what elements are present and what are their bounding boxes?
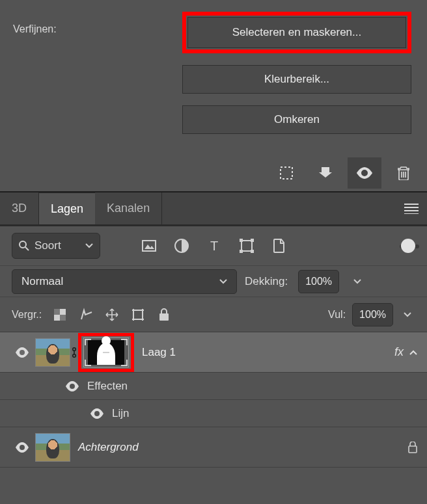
svg-point-5: [20, 241, 26, 248]
visibility-toggle[interactable]: [9, 347, 35, 358]
layer-row-layer1[interactable]: Laag 1 fx: [0, 332, 427, 373]
layer-filter-row: Soort T: [0, 226, 427, 265]
filter-pixel-icon[interactable]: [141, 237, 158, 254]
panel-menu-icon[interactable]: [396, 192, 427, 224]
svg-rect-12: [240, 239, 243, 242]
color-range-button[interactable]: Kleurbereik...: [182, 65, 411, 94]
select-and-mask-highlight: Selecteren en maskeren...: [182, 12, 411, 53]
layer-name[interactable]: Laag 1: [142, 346, 394, 359]
apply-mask-icon[interactable]: [309, 157, 342, 189]
visibility-toggle[interactable]: [90, 408, 104, 419]
tab-channels[interactable]: Kanalen: [95, 192, 162, 224]
fill-chevron[interactable]: [400, 303, 415, 326]
lock-image-icon[interactable]: [78, 307, 94, 323]
svg-rect-17: [54, 309, 60, 315]
layer-thumbnail[interactable]: [35, 433, 70, 462]
filter-adjustment-icon[interactable]: [173, 237, 190, 254]
layer-mask-highlight: [78, 333, 134, 372]
tab-3d[interactable]: 3D: [0, 192, 39, 224]
opacity-chevron[interactable]: [350, 270, 365, 293]
refine-section: Verfijnen: Selecteren en maskeren... Kle…: [0, 0, 427, 146]
svg-text:T: T: [210, 239, 218, 252]
load-selection-icon[interactable]: [269, 157, 303, 189]
fx-badge: fx: [394, 345, 404, 359]
tab-layers[interactable]: Lagen: [39, 192, 95, 224]
svg-marker-8: [145, 245, 154, 249]
svg-rect-3: [404, 210, 419, 211]
effect-line-label: Lijn: [112, 407, 129, 420]
select-and-mask-button[interactable]: Selecteren en maskeren...: [187, 17, 406, 48]
svg-rect-0: [281, 167, 292, 179]
expand-effects-icon[interactable]: [409, 349, 418, 356]
lock-icon: [407, 442, 418, 453]
lock-label: Vergr.:: [12, 309, 42, 321]
fill-label[interactable]: Vul:: [328, 309, 346, 321]
filter-type-select[interactable]: Soort: [12, 233, 100, 259]
lock-row: Vergr.: Vul: 100%: [0, 297, 427, 332]
lock-position-icon[interactable]: [104, 307, 120, 323]
layer-row-background[interactable]: Achtergrond: [0, 427, 427, 468]
effects-row[interactable]: Effecten: [0, 373, 427, 400]
filter-type-label: Soort: [34, 239, 61, 252]
svg-point-25: [73, 347, 76, 351]
chevron-down-icon: [219, 278, 227, 285]
svg-rect-13: [251, 239, 254, 242]
filter-toggle-switch[interactable]: [401, 239, 415, 253]
mask-action-row: [0, 155, 427, 191]
svg-rect-11: [241, 241, 252, 251]
effect-line-row[interactable]: Lijn: [0, 400, 427, 427]
disable-mask-icon[interactable]: [348, 157, 381, 189]
blend-row: Normaal Dekking: 100%: [0, 265, 427, 297]
svg-point-26: [73, 354, 76, 357]
svg-rect-14: [240, 250, 243, 253]
layer-name[interactable]: Achtergrond: [78, 441, 407, 454]
svg-rect-28: [409, 446, 417, 453]
refine-label: Verfijnen:: [13, 12, 182, 35]
visibility-toggle[interactable]: [9, 442, 35, 453]
svg-rect-18: [60, 315, 66, 321]
delete-mask-icon[interactable]: [387, 157, 420, 189]
chevron-down-icon: [85, 243, 93, 249]
layers-list: Laag 1 fx Effecten Lijn Achtergrond: [0, 332, 427, 468]
svg-rect-7: [143, 241, 156, 251]
filter-smartobject-icon[interactable]: [271, 237, 288, 254]
filter-shape-icon[interactable]: [238, 237, 255, 254]
link-indicator: [70, 347, 78, 358]
svg-rect-24: [159, 313, 169, 321]
lock-all-icon[interactable]: [156, 307, 172, 323]
blend-mode-select[interactable]: Normaal: [12, 269, 237, 294]
opacity-label[interactable]: Dekking:: [245, 275, 288, 288]
svg-rect-1: [404, 204, 419, 205]
lock-artboard-icon[interactable]: [130, 307, 146, 323]
layer-mask-thumbnail[interactable]: [83, 338, 129, 367]
blend-mode-value: Normaal: [21, 275, 63, 288]
fill-value[interactable]: 100%: [352, 303, 393, 326]
svg-rect-15: [251, 250, 254, 253]
svg-rect-19: [133, 310, 143, 319]
filter-type-text-icon[interactable]: T: [206, 237, 223, 254]
svg-line-6: [25, 247, 29, 250]
search-icon: [19, 241, 29, 251]
visibility-toggle[interactable]: [65, 381, 79, 391]
panel-tabs: 3D Lagen Kanalen: [0, 192, 427, 226]
invert-button[interactable]: Omkeren: [182, 105, 411, 134]
layer-thumbnail[interactable]: [35, 338, 70, 367]
svg-rect-2: [404, 207, 419, 208]
svg-rect-4: [404, 213, 419, 214]
opacity-value[interactable]: 100%: [298, 270, 339, 293]
lock-transparency-icon[interactable]: [52, 307, 68, 323]
effects-label: Effecten: [87, 380, 128, 393]
